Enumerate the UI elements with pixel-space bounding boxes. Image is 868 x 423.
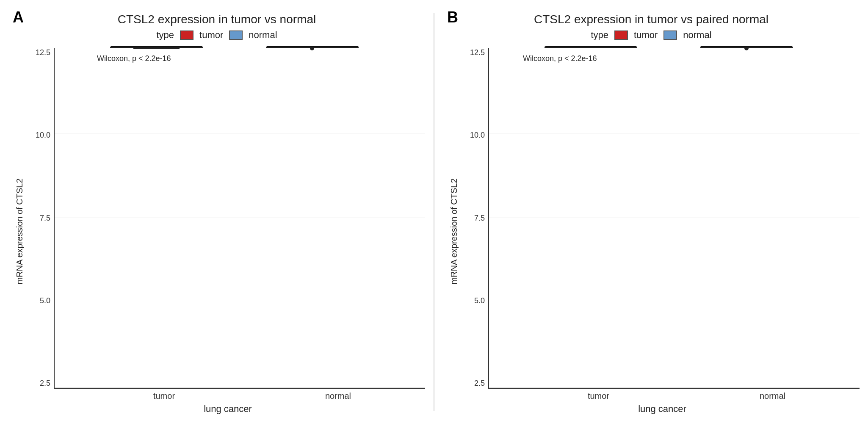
gridline: [489, 218, 860, 218]
panel-b-y-tick-3: 7.5: [474, 214, 485, 223]
panel-a-plot-inner: 12.5 10.0 7.5 5.0 2.5: [30, 48, 425, 389]
whisker-cap-top: [133, 48, 180, 49]
panel-b-plot-inner: 12.5 10.0 7.5 5.0 2.5: [465, 48, 860, 389]
panel-b-y-tick-2: 5.0: [474, 296, 485, 305]
panel-a-y-tick-4: 10.0: [36, 131, 50, 140]
panel-a-y-tick-3: 7.5: [40, 214, 50, 223]
legend-a: type tumor normal: [156, 30, 277, 41]
legend-b-tumor-label: tumor: [634, 30, 658, 41]
panel-b-plot-with-axes: 12.5 10.0 7.5 5.0 2.5: [465, 48, 860, 415]
panel-b-title: CTSL2 expression in tumor vs paired norm…: [534, 13, 768, 26]
panel-b-y-tick-4: 10.0: [470, 131, 485, 140]
whisker-cap-bottom: [133, 47, 180, 48]
legend-b-tumor-box: [614, 30, 628, 40]
gridline: [489, 387, 860, 388]
panel-a-y-axis-container: mRNA expression of CTSL2: [8, 48, 30, 415]
panel-a-x-tick-normal: normal: [251, 389, 425, 401]
panel-b-y-ticks: 12.5 10.0 7.5 5.0 2.5: [465, 48, 488, 389]
panel-a: A CTSL2 expression in tumor vs normal ty…: [0, 0, 434, 423]
panel-b-label: B: [447, 8, 458, 26]
legend-a-normal-label: normal: [249, 30, 277, 41]
legend-a-type: type: [156, 30, 174, 41]
panel-b-x-title: lung cancer: [638, 404, 686, 415]
whisker-cap-bottom: [568, 47, 614, 48]
panel-b-x-tick-normal: normal: [686, 389, 860, 401]
legend-a-tumor-label: tumor: [199, 30, 223, 41]
panel-b-y-tick-1: 2.5: [474, 379, 485, 388]
panel-a-x-title: lung cancer: [204, 404, 252, 415]
panel-a-x-axis: tumor normal lung cancer: [30, 389, 425, 415]
panel-b-x-ticks-row: tumor normal: [465, 389, 860, 401]
whisker-cap-bottom: [723, 47, 769, 48]
panel-a-y-tick-5: 12.5: [36, 48, 50, 57]
panel-b-stat-label: Wilcoxon, p < 2.2e-16: [523, 54, 597, 63]
panel-a-canvas: Wilcoxon, p < 2.2e-16: [54, 48, 425, 389]
panel-a-x-ticks-row: tumor normal: [30, 389, 425, 401]
panel-a-x-tick-tumor: tumor: [77, 389, 251, 401]
panel-b-y-axis-label: mRNA expression of CTSL2: [449, 178, 459, 284]
gridline: [489, 133, 860, 133]
panel-a-stat-label: Wilcoxon, p < 2.2e-16: [97, 54, 171, 63]
panel-a-y-axis-label: mRNA expression of CTSL2: [15, 178, 25, 284]
gridline: [55, 387, 425, 388]
panel-a-title: CTSL2 expression in tumor vs normal: [118, 13, 316, 26]
panel-b-canvas: Wilcoxon, p < 2.2e-16: [488, 48, 860, 389]
whisker-cap-bottom: [289, 47, 335, 48]
legend-b-normal-box: [663, 30, 677, 40]
panel-a-chart-area: mRNA expression of CTSL2 12.5 10.0 7.5 5…: [8, 48, 425, 415]
panel-b-y-axis-container: mRNA expression of CTSL2: [443, 48, 465, 415]
gridline: [55, 218, 425, 218]
panel-b-chart-area: mRNA expression of CTSL2 12.5 10.0 7.5 5…: [443, 48, 860, 415]
legend-b: type tumor normal: [591, 30, 711, 41]
panel-b: B CTSL2 expression in tumor vs paired no…: [434, 0, 868, 423]
gridline: [489, 303, 860, 303]
legend-a-tumor-box: [180, 30, 194, 40]
panel-a-y-tick-1: 2.5: [40, 379, 50, 388]
legend-a-normal-box: [229, 30, 243, 40]
panel-b-x-tick-tumor: tumor: [511, 389, 686, 401]
panel-b-y-tick-5: 12.5: [470, 48, 485, 57]
panel-a-label: A: [13, 8, 24, 26]
gridline: [55, 133, 425, 133]
legend-b-type: type: [591, 30, 608, 41]
panel-b-x-axis: tumor normal lung cancer: [465, 389, 860, 415]
charts-container: A CTSL2 expression in tumor vs normal ty…: [0, 0, 868, 423]
gridline: [55, 303, 425, 303]
legend-b-normal-label: normal: [683, 30, 711, 41]
panel-a-y-ticks: 12.5 10.0 7.5 5.0 2.5: [30, 48, 54, 389]
panel-a-y-tick-2: 5.0: [40, 296, 50, 305]
panel-a-plot-with-axes: 12.5 10.0 7.5 5.0 2.5: [30, 48, 425, 415]
